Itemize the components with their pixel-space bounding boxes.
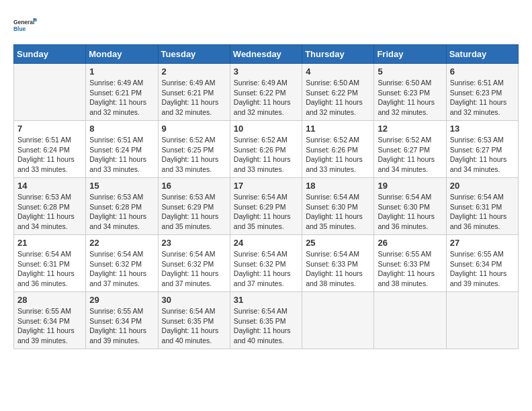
day-info: Sunrise: 6:55 AMSunset: 6:34 PMDaylight:… (17, 306, 82, 346)
calendar-cell: 29Sunrise: 6:55 AMSunset: 6:34 PMDayligh… (86, 292, 158, 349)
day-info: Sunrise: 6:51 AMSunset: 6:23 PMDaylight:… (450, 78, 515, 118)
calendar-cell: 27Sunrise: 6:55 AMSunset: 6:34 PMDayligh… (446, 235, 518, 292)
day-number: 30 (162, 295, 226, 305)
day-number: 2 (162, 66, 226, 77)
calendar-cell: 20Sunrise: 6:54 AMSunset: 6:31 PMDayligh… (446, 178, 518, 235)
day-info: Sunrise: 6:52 AMSunset: 6:27 PMDaylight:… (378, 135, 442, 175)
day-info: Sunrise: 6:54 AMSunset: 6:35 PMDaylight:… (234, 306, 298, 346)
day-info: Sunrise: 6:49 AMSunset: 6:22 PMDaylight:… (234, 78, 298, 118)
day-number: 3 (234, 66, 298, 77)
day-number: 28 (17, 295, 82, 305)
day-info: Sunrise: 6:53 AMSunset: 6:28 PMDaylight:… (17, 192, 82, 232)
day-number: 4 (306, 66, 370, 77)
day-info: Sunrise: 6:54 AMSunset: 6:32 PMDaylight:… (234, 249, 298, 289)
calendar-cell: 26Sunrise: 6:55 AMSunset: 6:33 PMDayligh… (374, 235, 446, 292)
day-info: Sunrise: 6:50 AMSunset: 6:23 PMDaylight:… (378, 78, 442, 118)
calendar-cell: 1Sunrise: 6:49 AMSunset: 6:21 PMDaylight… (86, 64, 158, 121)
calendar-cell (302, 292, 374, 349)
day-number: 19 (378, 181, 442, 191)
day-number: 9 (162, 124, 226, 134)
day-info: Sunrise: 6:52 AMSunset: 6:26 PMDaylight:… (306, 135, 370, 175)
calendar-cell: 7Sunrise: 6:51 AMSunset: 6:24 PMDaylight… (14, 121, 86, 178)
day-number: 13 (450, 124, 515, 134)
calendar-cell: 30Sunrise: 6:54 AMSunset: 6:35 PMDayligh… (158, 292, 230, 349)
week-row-2: 7Sunrise: 6:51 AMSunset: 6:24 PMDaylight… (14, 121, 519, 178)
day-info: Sunrise: 6:51 AMSunset: 6:24 PMDaylight:… (17, 135, 82, 175)
header-day-sunday: Sunday (14, 45, 86, 64)
header-day-wednesday: Wednesday (230, 45, 302, 64)
page-header: GeneralBlue (13, 13, 519, 38)
day-number: 27 (450, 238, 515, 248)
calendar-cell: 31Sunrise: 6:54 AMSunset: 6:35 PMDayligh… (230, 292, 302, 349)
day-number: 12 (378, 124, 442, 134)
calendar-cell: 18Sunrise: 6:54 AMSunset: 6:30 PMDayligh… (302, 178, 374, 235)
logo: GeneralBlue (13, 13, 38, 38)
day-info: Sunrise: 6:55 AMSunset: 6:34 PMDaylight:… (89, 306, 154, 346)
header-day-thursday: Thursday (302, 45, 374, 64)
day-number: 26 (378, 238, 442, 248)
calendar-cell: 19Sunrise: 6:54 AMSunset: 6:30 PMDayligh… (374, 178, 446, 235)
svg-text:Blue: Blue (13, 26, 26, 32)
calendar-cell: 28Sunrise: 6:55 AMSunset: 6:34 PMDayligh… (14, 292, 86, 349)
day-info: Sunrise: 6:52 AMSunset: 6:26 PMDaylight:… (234, 135, 298, 175)
day-info: Sunrise: 6:54 AMSunset: 6:35 PMDaylight:… (162, 306, 226, 346)
day-number: 11 (306, 124, 370, 134)
day-info: Sunrise: 6:54 AMSunset: 6:30 PMDaylight:… (306, 192, 370, 232)
week-row-4: 21Sunrise: 6:54 AMSunset: 6:31 PMDayligh… (14, 235, 519, 292)
header-day-friday: Friday (374, 45, 446, 64)
calendar-cell: 11Sunrise: 6:52 AMSunset: 6:26 PMDayligh… (302, 121, 374, 178)
calendar-table: SundayMondayTuesdayWednesdayThursdayFrid… (13, 44, 519, 349)
day-info: Sunrise: 6:53 AMSunset: 6:28 PMDaylight:… (89, 192, 154, 232)
day-info: Sunrise: 6:54 AMSunset: 6:30 PMDaylight:… (378, 192, 442, 232)
week-row-1: 1Sunrise: 6:49 AMSunset: 6:21 PMDaylight… (14, 64, 519, 121)
day-info: Sunrise: 6:54 AMSunset: 6:29 PMDaylight:… (234, 192, 298, 232)
day-number: 1 (89, 66, 154, 77)
calendar-cell: 3Sunrise: 6:49 AMSunset: 6:22 PMDaylight… (230, 64, 302, 121)
calendar-cell: 25Sunrise: 6:54 AMSunset: 6:33 PMDayligh… (302, 235, 374, 292)
day-number: 15 (89, 181, 154, 191)
calendar-cell: 8Sunrise: 6:51 AMSunset: 6:24 PMDaylight… (86, 121, 158, 178)
day-info: Sunrise: 6:50 AMSunset: 6:22 PMDaylight:… (306, 78, 370, 118)
day-number: 14 (17, 181, 82, 191)
day-number: 23 (162, 238, 226, 248)
day-info: Sunrise: 6:53 AMSunset: 6:27 PMDaylight:… (450, 135, 515, 175)
day-number: 18 (306, 181, 370, 191)
svg-text:General: General (13, 19, 34, 26)
calendar-cell (446, 292, 518, 349)
day-info: Sunrise: 6:55 AMSunset: 6:34 PMDaylight:… (450, 249, 515, 289)
calendar-body: 1Sunrise: 6:49 AMSunset: 6:21 PMDaylight… (14, 64, 519, 349)
calendar-header: SundayMondayTuesdayWednesdayThursdayFrid… (14, 45, 519, 64)
day-number: 7 (17, 124, 82, 134)
day-info: Sunrise: 6:52 AMSunset: 6:25 PMDaylight:… (162, 135, 226, 175)
day-number: 6 (450, 66, 515, 77)
header-day-tuesday: Tuesday (158, 45, 230, 64)
calendar-cell: 15Sunrise: 6:53 AMSunset: 6:28 PMDayligh… (86, 178, 158, 235)
week-row-5: 28Sunrise: 6:55 AMSunset: 6:34 PMDayligh… (14, 292, 519, 349)
day-number: 16 (162, 181, 226, 191)
calendar-cell (374, 292, 446, 349)
day-number: 24 (234, 238, 298, 248)
week-row-3: 14Sunrise: 6:53 AMSunset: 6:28 PMDayligh… (14, 178, 519, 235)
header-day-monday: Monday (86, 45, 158, 64)
day-info: Sunrise: 6:54 AMSunset: 6:31 PMDaylight:… (450, 192, 515, 232)
calendar-cell: 22Sunrise: 6:54 AMSunset: 6:32 PMDayligh… (86, 235, 158, 292)
calendar-cell: 14Sunrise: 6:53 AMSunset: 6:28 PMDayligh… (14, 178, 86, 235)
calendar-cell: 23Sunrise: 6:54 AMSunset: 6:32 PMDayligh… (158, 235, 230, 292)
calendar-cell: 5Sunrise: 6:50 AMSunset: 6:23 PMDaylight… (374, 64, 446, 121)
calendar-cell: 2Sunrise: 6:49 AMSunset: 6:21 PMDaylight… (158, 64, 230, 121)
header-row: SundayMondayTuesdayWednesdayThursdayFrid… (14, 45, 519, 64)
day-info: Sunrise: 6:54 AMSunset: 6:31 PMDaylight:… (17, 249, 82, 289)
calendar-cell: 4Sunrise: 6:50 AMSunset: 6:22 PMDaylight… (302, 64, 374, 121)
day-info: Sunrise: 6:55 AMSunset: 6:33 PMDaylight:… (378, 249, 442, 289)
day-number: 22 (89, 238, 154, 248)
day-info: Sunrise: 6:54 AMSunset: 6:32 PMDaylight:… (89, 249, 154, 289)
day-number: 31 (234, 295, 298, 305)
calendar-cell: 13Sunrise: 6:53 AMSunset: 6:27 PMDayligh… (446, 121, 518, 178)
day-number: 21 (17, 238, 82, 248)
calendar-cell: 12Sunrise: 6:52 AMSunset: 6:27 PMDayligh… (374, 121, 446, 178)
day-number: 17 (234, 181, 298, 191)
day-info: Sunrise: 6:53 AMSunset: 6:29 PMDaylight:… (162, 192, 226, 232)
header-day-saturday: Saturday (446, 45, 518, 64)
day-number: 10 (234, 124, 298, 134)
day-number: 25 (306, 238, 370, 248)
